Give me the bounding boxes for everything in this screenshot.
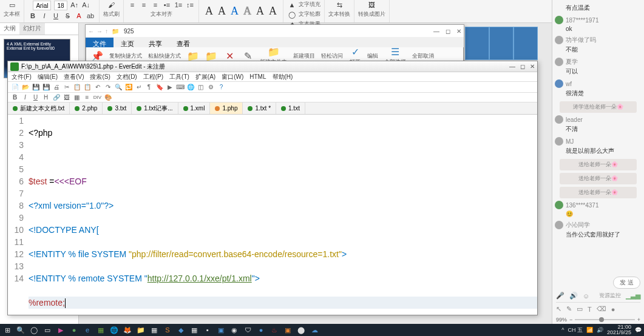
align-center-icon[interactable]: ≡ [139,0,149,10]
bold-icon[interactable]: B [28,11,38,21]
up-icon[interactable]: ↑ [105,28,108,35]
showspace-icon[interactable]: ¶ [144,82,154,92]
easyaccess-button[interactable]: 轻松访问 [319,51,345,61]
wordart-style-6[interactable]: A [266,5,279,18]
settings-icon[interactable]: ⚙ [206,82,215,92]
italic-icon[interactable]: I [39,11,49,21]
eraser-icon[interactable]: ⌫ [597,305,606,313]
edge-icon[interactable]: e [83,325,92,335]
run-icon[interactable]: ▶ [165,82,174,92]
color-picker-icon[interactable]: 🎨 [103,93,112,102]
find-icon[interactable]: 🔍 [114,82,123,92]
paste-shortcut-button[interactable]: 粘贴快捷方式 [146,51,183,61]
code-content[interactable]: <?php $test =<<<EOF <?xml version="1.0"?… [27,115,537,315]
text-fill-icon[interactable]: ▲ [287,0,297,10]
strike-icon[interactable]: S̶ [63,11,72,21]
slides-tab[interactable]: 幻灯片 [19,23,45,35]
clock[interactable]: 21:00 2021/9/25 [607,324,631,335]
save-icon[interactable]: 💾 [31,82,40,92]
heading-icon[interactable]: H [41,93,50,102]
browser-icon[interactable]: 🌐 [186,82,195,92]
app-icon[interactable]: ⬤ [296,325,306,335]
edit-button[interactable]: 编辑 [365,51,381,61]
align-left-icon[interactable]: ≡ [127,0,137,10]
paste-icon[interactable]: 📋 [83,82,92,92]
app-icon[interactable]: ▦ [149,325,159,335]
font-name-combo[interactable]: Arial [33,1,51,10]
tab-1txtnote[interactable]: 1.txt记事... [132,102,178,114]
chrome-icon[interactable]: 🌐 [109,325,119,335]
rect-icon[interactable]: ▭ [577,305,583,313]
taskview-icon[interactable]: ▭ [42,325,52,335]
ime-indicator[interactable]: CH 五 [568,326,583,334]
app-icon[interactable]: ▣ [283,325,293,335]
forward-icon[interactable]: → [97,28,103,35]
open-file-icon[interactable]: 📂 [21,82,30,92]
network-icon[interactable]: 📶 [586,327,593,333]
editor-minimize-icon[interactable]: — [509,63,515,70]
cortana-icon[interactable]: ◯ [29,325,39,335]
link-icon[interactable]: 🔗 [52,93,61,102]
start-icon[interactable]: ⊞ [2,325,12,335]
bookmark-icon[interactable]: 🔖 [155,82,164,92]
align-right-icon[interactable]: ≡ [151,0,160,10]
underline-icon[interactable]: U [51,11,61,21]
copy-shortcut-button[interactable]: 复制快捷方式 [107,51,144,61]
highlight-icon[interactable]: ab [86,11,95,21]
pointer-icon[interactable]: ↖ [556,305,561,313]
menu-tools[interactable]: 工具(T) [169,73,189,81]
textbox-icon[interactable]: ▭ [7,0,17,10]
back-icon[interactable]: ← [88,28,94,35]
font-color-icon[interactable]: A [74,11,84,21]
saveall-icon[interactable]: 💾 [41,82,50,92]
menu-help[interactable]: 帮助(H) [273,73,293,81]
close-icon[interactable]: ✕ [456,28,461,35]
replace-icon[interactable]: 🔁 [124,82,133,92]
maximize-icon[interactable]: ◻ [446,28,450,35]
split-icon[interactable]: ◫ [196,82,205,92]
wordart-style-3[interactable]: A [228,5,241,18]
app-icon[interactable]: ▶ [56,325,66,335]
text-convert-icon[interactable]: ⇆ [334,0,344,10]
selectnone-button[interactable]: 全部取消 [410,51,436,61]
app-icon[interactable]: ● [69,325,79,335]
menu-project[interactable]: 工程(P) [143,73,163,81]
app-icon[interactable]: ◆ [176,325,186,335]
zoom-slider[interactable] [575,319,634,320]
menu-search[interactable]: 搜索(S) [90,73,110,81]
mic-icon[interactable]: 🎤 [556,292,564,300]
app-icon[interactable]: ♨ [269,325,279,335]
table-icon[interactable]: ▦ [72,93,81,102]
tab-1xml[interactable]: 1.xml [178,102,211,114]
copy-icon[interactable]: 📋 [72,82,81,92]
help-icon[interactable]: ? [217,82,226,92]
app-icon[interactable]: ◉ [229,325,239,335]
app-icon[interactable]: ▦ [96,325,106,335]
wordart-style-2[interactable]: A [215,5,228,18]
image-icon[interactable]: 🖼 [62,93,71,102]
outline-tab[interactable]: 大纲 [0,23,19,35]
minimize-icon[interactable]: — [433,28,439,35]
wordart-style-5[interactable]: A [254,5,266,18]
explorer-titlebar[interactable]: ← → ↑ 📁 925 — ◻ ✕ [86,25,464,37]
tab-2php[interactable]: 2.php [70,102,103,114]
new-file-icon[interactable]: 📄 [10,82,19,92]
undo-icon[interactable]: ↶ [93,82,102,92]
zoom-thumb[interactable] [599,317,604,322]
tab-newtext[interactable]: 新建文本文档.txt [8,102,70,114]
search-icon[interactable]: 🔍 [16,325,25,335]
wordart-style-1[interactable]: A [203,5,215,18]
terminal-icon[interactable]: ▪ [203,325,212,335]
menu-edit[interactable]: 编辑(E) [38,73,58,81]
list-icon[interactable]: ≡ [83,93,92,102]
underline-btn-icon[interactable]: U [31,93,40,102]
menu-file[interactable]: 文件(F) [12,73,32,81]
cut-icon[interactable]: ✂ [62,82,71,92]
app-icon[interactable]: ☁ [310,325,319,335]
code-editor[interactable]: 1234567891011121314 <?php $test =<<<EOF … [8,115,537,315]
emoji-icon[interactable]: ☺ [583,292,589,300]
bold-btn-icon[interactable]: B [10,93,19,102]
numbering-icon[interactable]: 1≡ [174,0,183,10]
firefox-icon[interactable]: 🦊 [123,325,132,335]
bullets-icon[interactable]: •≡ [162,0,172,10]
